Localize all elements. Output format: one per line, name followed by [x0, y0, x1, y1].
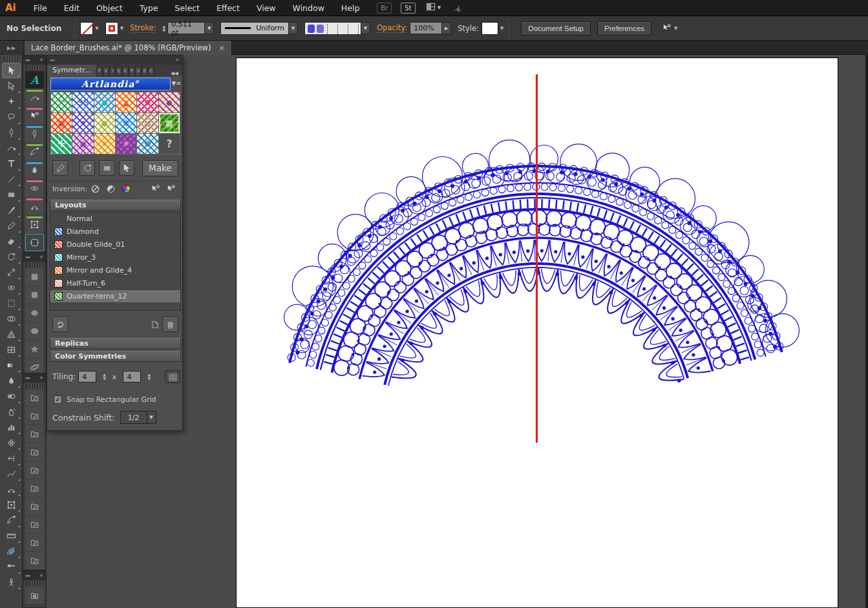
collapse-icon[interactable]: ▸▸ — [50, 58, 55, 63]
menu-help[interactable]: Help — [333, 0, 368, 16]
grip-handle[interactable] — [4, 57, 18, 61]
artlandia-logo[interactable]: A — [25, 71, 44, 89]
artlandia-banner[interactable]: Artlandia® — [50, 78, 171, 90]
selection-tool[interactable] — [2, 63, 21, 78]
layout-item-normal[interactable]: Normal — [50, 213, 180, 225]
brush-library-item[interactable] — [25, 389, 44, 406]
shaper-tool[interactable] — [2, 466, 21, 481]
mesh-tool[interactable] — [2, 342, 21, 357]
symmetry-center-tool[interactable] — [25, 216, 44, 233]
fill-swatch[interactable] — [80, 22, 93, 35]
paintbrush-tool[interactable] — [2, 202, 21, 218]
brush-library-item[interactable] — [25, 479, 44, 497]
swatch-orange-trefoil[interactable]: ✶ — [94, 134, 115, 154]
symmetry-knife-tool[interactable] — [25, 162, 44, 179]
close-icon[interactable]: ✕ — [175, 58, 179, 63]
close-icon[interactable]: ✕ — [39, 573, 43, 578]
scale-tool[interactable] — [2, 264, 21, 280]
measure-tool[interactable] — [2, 528, 21, 543]
style-swatch[interactable] — [482, 22, 498, 35]
slice-tool[interactable] — [2, 559, 21, 574]
swatch-blue-snowflake[interactable]: ❋ — [116, 113, 136, 133]
swatch-green-pinwheel[interactable]: ✢ — [51, 134, 72, 154]
lasso-tool[interactable] — [2, 109, 21, 125]
profile-dropdown[interactable]: ▼ — [289, 22, 298, 34]
collapse-icon[interactable]: ▸▸ — [26, 255, 30, 260]
swatch-green-knot[interactable]: ▦ — [159, 113, 180, 133]
layout-item-mirror-and-glide-4[interactable]: Mirror and Glide_4 — [50, 264, 180, 277]
column-graph-tool[interactable] — [2, 419, 21, 435]
swatch-purple-star[interactable]: ✷ — [116, 134, 136, 154]
layouts-section-header[interactable]: Layouts — [50, 200, 181, 211]
collapsed-tab[interactable]: E — [122, 66, 129, 76]
brush-dropdown[interactable]: ▼ — [361, 22, 370, 34]
menu-window[interactable]: Window — [284, 0, 333, 16]
tiling-grid-button[interactable] — [165, 370, 180, 383]
rounded-square-shape-tool[interactable] — [25, 286, 44, 304]
preview-rect-button[interactable] — [99, 160, 114, 176]
opacity-label[interactable]: Opacity: — [377, 23, 407, 33]
grip-handle[interactable] — [26, 66, 43, 70]
hexagon-shape-tool[interactable] — [25, 322, 44, 340]
type-tool[interactable] — [2, 156, 21, 171]
inversion-none-button[interactable] — [87, 183, 103, 196]
eyedropper-tool[interactable] — [2, 373, 21, 388]
select-similar-dropdown[interactable]: ▼ — [674, 26, 677, 31]
grip-handle[interactable] — [26, 384, 43, 388]
replicas-section-header[interactable]: Replicas — [50, 338, 181, 349]
stroke-weight-dropdown[interactable]: ▼ — [205, 22, 214, 34]
brush-library-item[interactable] — [25, 552, 44, 569]
brush-library-item[interactable] — [25, 443, 44, 461]
menu-file[interactable]: File — [25, 0, 56, 16]
toolbar-dock-header[interactable]: ▶▶ — [0, 41, 23, 55]
swatch-pink-lattice[interactable]: ❖ — [137, 92, 158, 112]
stroke-dropdown-icon[interactable]: ▼ — [120, 26, 123, 31]
curvature-tool[interactable] — [2, 140, 21, 156]
delete-layout-button[interactable] — [162, 317, 178, 332]
rotate-tool[interactable] — [2, 249, 21, 264]
line-segment-tool[interactable] — [2, 171, 21, 187]
free-transform-tool[interactable] — [2, 295, 21, 311]
style-dropdown-icon[interactable]: ▼ — [500, 26, 503, 31]
collapsed-tab[interactable]: C — [148, 66, 154, 76]
symmetry-frame-tool[interactable] — [25, 234, 44, 251]
arc-tool[interactable] — [2, 512, 21, 528]
star-shape-tool[interactable] — [25, 341, 44, 358]
symbol-screener-tool[interactable] — [2, 435, 21, 450]
collapsed-tab[interactable]: I — [109, 66, 116, 76]
cs-live-icon[interactable] — [451, 3, 461, 13]
preferences-button[interactable]: Preferences — [597, 21, 651, 36]
tiling-x-field[interactable]: 4 — [78, 371, 96, 383]
collapse-icon[interactable]: ▸▸ — [26, 375, 30, 381]
pencil-tool[interactable] — [2, 218, 21, 233]
opacity-field[interactable]: 100% — [410, 22, 442, 34]
swatch-purple-hexagons[interactable]: ◉ — [72, 134, 93, 154]
collapse-tabs-icon[interactable]: ◀◀ — [167, 70, 182, 76]
close-icon[interactable]: ✕ — [39, 375, 43, 381]
symmetry-glide-tool[interactable] — [25, 198, 44, 215]
symmetry-control-tool[interactable] — [25, 143, 44, 161]
edit-pencil-button[interactable] — [52, 160, 68, 176]
swatch-blue-diamond-dots[interactable]: ✦ — [72, 113, 93, 133]
color-symmetries-section-header[interactable]: Color Symmetries — [50, 351, 181, 362]
square-shape-tool[interactable] — [25, 268, 44, 286]
stock-button[interactable]: St — [401, 3, 415, 14]
menu-edit[interactable]: Edit — [56, 0, 88, 16]
close-icon[interactable]: ✕ — [39, 58, 43, 63]
brush-library-item[interactable] — [25, 534, 44, 551]
scissors-tool[interactable] — [2, 481, 21, 497]
collapsed-tab[interactable]: P — [129, 66, 135, 76]
symbol-library-item[interactable] — [25, 587, 44, 604]
grip-handle[interactable] — [26, 582, 43, 585]
puppet-warp-tool[interactable] — [2, 497, 21, 512]
workspace-switcher[interactable]: ▼ — [426, 2, 441, 14]
stroke-label[interactable]: Stroke: — [130, 23, 156, 33]
constrain-shift-dropdown[interactable]: 1/2 ▼ — [120, 411, 156, 424]
symmetry-make-tool[interactable] — [25, 107, 44, 125]
collapse-icon[interactable]: ▸▸ — [26, 58, 30, 63]
document-tab[interactable]: Lace Border_Brushes.ai* @ 108% (RGB/Prev… — [25, 41, 232, 55]
swatch-blue-swirls[interactable]: SS — [72, 92, 93, 112]
stroke-swatch[interactable] — [105, 22, 118, 35]
width-tool[interactable] — [2, 280, 21, 295]
brush-definition-preview[interactable] — [304, 22, 361, 35]
